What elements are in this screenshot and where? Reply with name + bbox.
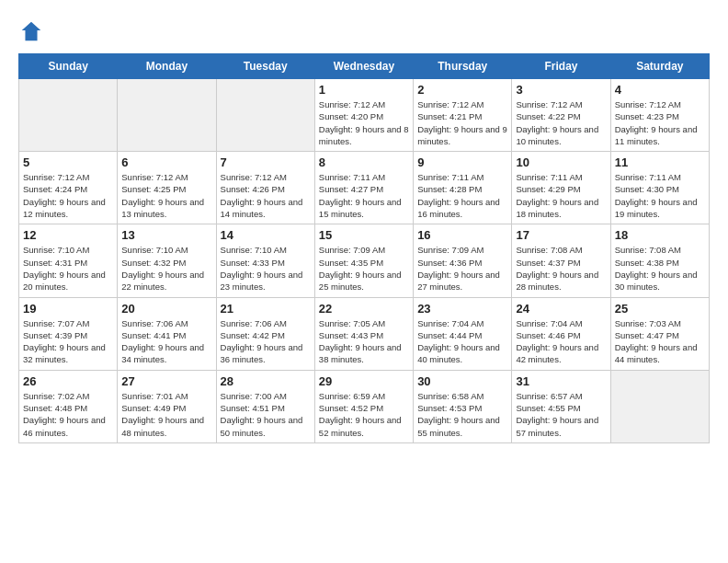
day-number: 8 bbox=[319, 155, 409, 169]
day-number: 17 bbox=[516, 228, 606, 242]
day-number: 5 bbox=[23, 155, 113, 169]
page-header bbox=[18, 18, 710, 44]
cell-daylight-info: Sunrise: 7:12 AMSunset: 4:26 PMDaylight:… bbox=[221, 171, 311, 220]
day-number: 12 bbox=[23, 228, 113, 242]
cell-daylight-info: Sunrise: 7:05 AMSunset: 4:43 PMDaylight:… bbox=[319, 317, 409, 366]
logo-icon bbox=[18, 18, 44, 44]
day-number: 29 bbox=[319, 374, 409, 388]
cell-daylight-info: Sunrise: 7:09 AMSunset: 4:36 PMDaylight:… bbox=[417, 244, 507, 293]
day-number: 18 bbox=[615, 228, 705, 242]
day-number: 10 bbox=[516, 155, 606, 169]
calendar-cell: 21Sunrise: 7:06 AMSunset: 4:42 PMDayligh… bbox=[216, 297, 314, 370]
day-header-monday: Monday bbox=[118, 54, 216, 79]
calendar-cell: 3Sunrise: 7:12 AMSunset: 4:22 PMDaylight… bbox=[512, 79, 610, 152]
cell-daylight-info: Sunrise: 7:12 AMSunset: 4:22 PMDaylight:… bbox=[516, 98, 606, 147]
cell-daylight-info: Sunrise: 7:06 AMSunset: 4:42 PMDaylight:… bbox=[221, 317, 311, 366]
day-number: 2 bbox=[417, 83, 507, 97]
day-number: 3 bbox=[516, 83, 606, 97]
calendar-cell: 8Sunrise: 7:11 AMSunset: 4:27 PMDaylight… bbox=[314, 152, 413, 224]
day-header-sunday: Sunday bbox=[19, 54, 118, 79]
calendar-cell: 18Sunrise: 7:08 AMSunset: 4:38 PMDayligh… bbox=[610, 224, 709, 297]
cell-daylight-info: Sunrise: 7:08 AMSunset: 4:38 PMDaylight:… bbox=[615, 244, 705, 293]
calendar-cell: 17Sunrise: 7:08 AMSunset: 4:37 PMDayligh… bbox=[512, 224, 610, 297]
calendar-cell: 1Sunrise: 7:12 AMSunset: 4:20 PMDaylight… bbox=[314, 79, 413, 152]
day-header-thursday: Thursday bbox=[414, 54, 512, 79]
day-number: 26 bbox=[23, 374, 113, 388]
week-row-5: 26Sunrise: 7:02 AMSunset: 4:48 PMDayligh… bbox=[19, 370, 710, 442]
day-number: 13 bbox=[121, 228, 211, 242]
calendar-cell: 22Sunrise: 7:05 AMSunset: 4:43 PMDayligh… bbox=[314, 297, 413, 370]
day-number: 28 bbox=[221, 374, 311, 388]
cell-daylight-info: Sunrise: 7:00 AMSunset: 4:51 PMDaylight:… bbox=[221, 390, 311, 439]
cell-daylight-info: Sunrise: 7:02 AMSunset: 4:48 PMDaylight:… bbox=[23, 390, 113, 439]
cell-daylight-info: Sunrise: 7:12 AMSunset: 4:20 PMDaylight:… bbox=[319, 98, 409, 147]
calendar-cell: 15Sunrise: 7:09 AMSunset: 4:35 PMDayligh… bbox=[314, 224, 413, 297]
cell-daylight-info: Sunrise: 7:10 AMSunset: 4:33 PMDaylight:… bbox=[221, 244, 311, 293]
calendar-cell: 11Sunrise: 7:11 AMSunset: 4:30 PMDayligh… bbox=[610, 152, 709, 224]
calendar-cell: 7Sunrise: 7:12 AMSunset: 4:26 PMDaylight… bbox=[216, 152, 314, 224]
calendar-cell bbox=[610, 370, 709, 442]
cell-daylight-info: Sunrise: 7:11 AMSunset: 4:27 PMDaylight:… bbox=[319, 171, 409, 220]
calendar-cell: 13Sunrise: 7:10 AMSunset: 4:32 PMDayligh… bbox=[118, 224, 216, 297]
cell-daylight-info: Sunrise: 7:03 AMSunset: 4:47 PMDaylight:… bbox=[615, 317, 705, 366]
calendar-cell: 4Sunrise: 7:12 AMSunset: 4:23 PMDaylight… bbox=[610, 79, 709, 152]
cell-daylight-info: Sunrise: 7:06 AMSunset: 4:41 PMDaylight:… bbox=[121, 317, 211, 366]
cell-daylight-info: Sunrise: 7:10 AMSunset: 4:31 PMDaylight:… bbox=[23, 244, 113, 293]
week-row-3: 12Sunrise: 7:10 AMSunset: 4:31 PMDayligh… bbox=[19, 224, 710, 297]
week-row-2: 5Sunrise: 7:12 AMSunset: 4:24 PMDaylight… bbox=[19, 152, 710, 224]
cell-daylight-info: Sunrise: 7:11 AMSunset: 4:30 PMDaylight:… bbox=[615, 171, 705, 220]
cell-daylight-info: Sunrise: 6:57 AMSunset: 4:55 PMDaylight:… bbox=[516, 390, 606, 439]
logo bbox=[18, 18, 48, 44]
calendar-cell: 9Sunrise: 7:11 AMSunset: 4:28 PMDaylight… bbox=[414, 152, 512, 224]
day-number: 14 bbox=[221, 228, 311, 242]
day-number: 23 bbox=[417, 302, 507, 316]
cell-daylight-info: Sunrise: 7:12 AMSunset: 4:23 PMDaylight:… bbox=[615, 98, 705, 147]
calendar-cell: 20Sunrise: 7:06 AMSunset: 4:41 PMDayligh… bbox=[118, 297, 216, 370]
calendar-cell: 23Sunrise: 7:04 AMSunset: 4:44 PMDayligh… bbox=[414, 297, 512, 370]
week-row-1: 1Sunrise: 7:12 AMSunset: 4:20 PMDaylight… bbox=[19, 79, 710, 152]
day-number: 31 bbox=[516, 374, 606, 388]
day-header-saturday: Saturday bbox=[610, 54, 709, 79]
calendar-cell: 2Sunrise: 7:12 AMSunset: 4:21 PMDaylight… bbox=[414, 79, 512, 152]
calendar-cell: 19Sunrise: 7:07 AMSunset: 4:39 PMDayligh… bbox=[19, 297, 118, 370]
day-number: 15 bbox=[319, 228, 409, 242]
cell-daylight-info: Sunrise: 7:12 AMSunset: 4:25 PMDaylight:… bbox=[121, 171, 211, 220]
day-number: 9 bbox=[417, 155, 507, 169]
cell-daylight-info: Sunrise: 7:04 AMSunset: 4:46 PMDaylight:… bbox=[516, 317, 606, 366]
calendar-cell: 28Sunrise: 7:00 AMSunset: 4:51 PMDayligh… bbox=[216, 370, 314, 442]
day-header-wednesday: Wednesday bbox=[314, 54, 413, 79]
day-number: 1 bbox=[319, 83, 409, 97]
day-number: 4 bbox=[615, 83, 705, 97]
day-number: 25 bbox=[615, 302, 705, 316]
cell-daylight-info: Sunrise: 7:04 AMSunset: 4:44 PMDaylight:… bbox=[417, 317, 507, 366]
calendar-cell: 27Sunrise: 7:01 AMSunset: 4:49 PMDayligh… bbox=[118, 370, 216, 442]
calendar-cell: 31Sunrise: 6:57 AMSunset: 4:55 PMDayligh… bbox=[512, 370, 610, 442]
day-number: 6 bbox=[121, 155, 211, 169]
cell-daylight-info: Sunrise: 7:08 AMSunset: 4:37 PMDaylight:… bbox=[516, 244, 606, 293]
day-number: 24 bbox=[516, 302, 606, 316]
day-number: 30 bbox=[417, 374, 507, 388]
day-number: 21 bbox=[221, 302, 311, 316]
day-header-tuesday: Tuesday bbox=[216, 54, 314, 79]
day-header-row: SundayMondayTuesdayWednesdayThursdayFrid… bbox=[19, 54, 710, 79]
cell-daylight-info: Sunrise: 7:07 AMSunset: 4:39 PMDaylight:… bbox=[23, 317, 113, 366]
cell-daylight-info: Sunrise: 7:01 AMSunset: 4:49 PMDaylight:… bbox=[121, 390, 211, 439]
calendar-cell bbox=[118, 79, 216, 152]
calendar-cell: 16Sunrise: 7:09 AMSunset: 4:36 PMDayligh… bbox=[414, 224, 512, 297]
calendar-cell: 14Sunrise: 7:10 AMSunset: 4:33 PMDayligh… bbox=[216, 224, 314, 297]
day-number: 20 bbox=[121, 302, 211, 316]
calendar-cell bbox=[19, 79, 118, 152]
day-header-friday: Friday bbox=[512, 54, 610, 79]
calendar-cell: 30Sunrise: 6:58 AMSunset: 4:53 PMDayligh… bbox=[414, 370, 512, 442]
cell-daylight-info: Sunrise: 7:11 AMSunset: 4:29 PMDaylight:… bbox=[516, 171, 606, 220]
day-number: 19 bbox=[23, 302, 113, 316]
calendar-table: SundayMondayTuesdayWednesdayThursdayFrid… bbox=[18, 53, 710, 443]
calendar-cell: 25Sunrise: 7:03 AMSunset: 4:47 PMDayligh… bbox=[610, 297, 709, 370]
cell-daylight-info: Sunrise: 7:10 AMSunset: 4:32 PMDaylight:… bbox=[121, 244, 211, 293]
day-number: 22 bbox=[319, 302, 409, 316]
cell-daylight-info: Sunrise: 6:58 AMSunset: 4:53 PMDaylight:… bbox=[417, 390, 507, 439]
day-number: 7 bbox=[221, 155, 311, 169]
calendar-cell: 6Sunrise: 7:12 AMSunset: 4:25 PMDaylight… bbox=[118, 152, 216, 224]
day-number: 16 bbox=[417, 228, 507, 242]
calendar-cell: 12Sunrise: 7:10 AMSunset: 4:31 PMDayligh… bbox=[19, 224, 118, 297]
